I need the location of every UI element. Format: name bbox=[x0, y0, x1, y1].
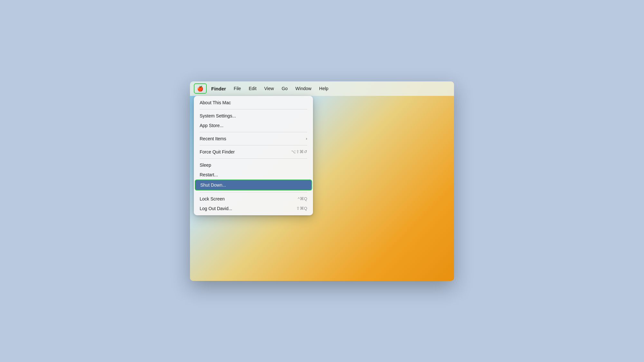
sleep-item[interactable]: Sleep bbox=[194, 160, 313, 170]
view-label: View bbox=[264, 86, 274, 91]
help-menu[interactable]: Help bbox=[316, 83, 332, 94]
apple-icon: 🍎 bbox=[197, 86, 204, 92]
force-quit-label: Force Quit Finder bbox=[200, 149, 235, 154]
separator-3 bbox=[200, 145, 307, 145]
go-menu[interactable]: Go bbox=[279, 83, 291, 94]
about-this-mac-item[interactable]: About This Mac bbox=[194, 98, 313, 107]
system-settings-item[interactable]: System Settings... bbox=[194, 111, 313, 121]
recent-items-label: Recent Items bbox=[200, 136, 226, 141]
separator-2 bbox=[200, 132, 307, 132]
screen-container: 🍎 Finder File Edit View Go Window Help A… bbox=[190, 81, 454, 281]
edit-label: Edit bbox=[249, 86, 256, 91]
log-out-item[interactable]: Log Out David... ⇧⌘Q bbox=[194, 204, 313, 213]
recent-items-item[interactable]: Recent Items › bbox=[194, 134, 313, 144]
lock-screen-shortcut: ^⌘Q bbox=[298, 196, 307, 201]
finder-menu[interactable]: Finder bbox=[208, 83, 229, 94]
restart-label: Restart... bbox=[200, 172, 218, 177]
apple-dropdown-menu: About This Mac System Settings... App St… bbox=[194, 96, 313, 215]
finder-label: Finder bbox=[211, 86, 226, 91]
edit-menu[interactable]: Edit bbox=[245, 83, 260, 94]
about-this-mac-label: About This Mac bbox=[200, 100, 231, 105]
lock-screen-item[interactable]: Lock Screen ^⌘Q bbox=[194, 194, 313, 204]
lock-screen-label: Lock Screen bbox=[200, 196, 225, 201]
separator-1 bbox=[200, 109, 307, 109]
separator-5 bbox=[200, 192, 307, 192]
file-menu[interactable]: File bbox=[231, 83, 244, 94]
log-out-shortcut: ⇧⌘Q bbox=[296, 206, 307, 211]
file-label: File bbox=[234, 86, 241, 91]
sleep-label: Sleep bbox=[200, 162, 211, 168]
apple-menu-button[interactable]: 🍎 bbox=[194, 83, 207, 94]
force-quit-item[interactable]: Force Quit Finder ⌥⇧⌘↺ bbox=[194, 147, 313, 157]
window-menu[interactable]: Window bbox=[292, 83, 315, 94]
log-out-label: Log Out David... bbox=[200, 206, 232, 211]
app-store-label: App Store... bbox=[200, 123, 223, 128]
app-store-item[interactable]: App Store... bbox=[194, 121, 313, 130]
window-label: Window bbox=[295, 86, 311, 91]
system-settings-label: System Settings... bbox=[200, 113, 236, 118]
recent-items-chevron: › bbox=[306, 136, 307, 141]
shut-down-item[interactable]: Shut Down... bbox=[195, 180, 312, 190]
go-label: Go bbox=[282, 86, 288, 91]
force-quit-shortcut: ⌥⇧⌘↺ bbox=[291, 149, 307, 154]
view-menu[interactable]: View bbox=[261, 83, 277, 94]
separator-4 bbox=[200, 158, 307, 159]
menubar: 🍎 Finder File Edit View Go Window Help bbox=[190, 81, 454, 96]
shut-down-label: Shut Down... bbox=[200, 182, 226, 188]
restart-item[interactable]: Restart... bbox=[194, 170, 313, 180]
help-label: Help bbox=[319, 86, 328, 91]
